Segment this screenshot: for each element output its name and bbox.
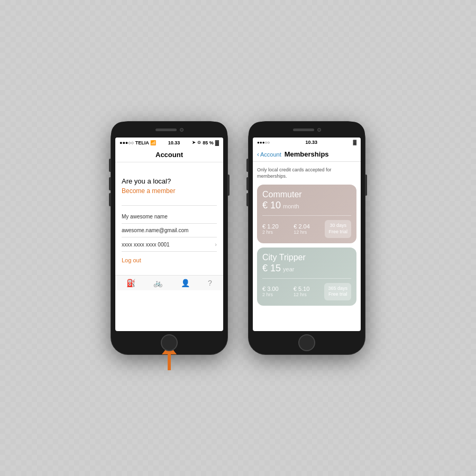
city-tripper-options-row: € 3.00 2 hrs € 5.10 12 hrs 365 daysFree … bbox=[262, 283, 351, 300]
phone1-wrapper: ●●●○○ TELIA 📶 10.33 ➤ ⊙ 85 % ▓ Account A… bbox=[111, 122, 227, 354]
city-tripper-trial-badge[interactable]: 365 daysFree trial bbox=[324, 283, 351, 300]
phone1-nav-bar: Account bbox=[115, 148, 223, 162]
account-icon: 👤 bbox=[181, 279, 190, 287]
phone2-home-button[interactable] bbox=[298, 334, 315, 351]
tab-help[interactable]: ? bbox=[208, 279, 212, 287]
commuter-trial-badge[interactable]: 30 daysFree trial bbox=[325, 220, 351, 237]
back-button[interactable]: ‹ Account bbox=[257, 151, 281, 158]
battery2-icon: ▓ bbox=[353, 140, 356, 145]
phone2-top-bar bbox=[249, 122, 365, 138]
commuter-2hr-price: € 1.20 bbox=[262, 223, 279, 230]
wifi-icon: 📶 bbox=[150, 140, 156, 145]
city-tripper-divider bbox=[262, 278, 351, 279]
map-icon: ⛽ bbox=[126, 279, 135, 287]
phone2-status-bar: ●●●○○ 10.33 ▓ bbox=[253, 138, 361, 147]
city-tripper-card[interactable]: City Tripper € 15 year € 3.00 2 hrs bbox=[257, 248, 356, 306]
phone2-screen: ●●●○○ 10.33 ▓ ‹ Account Memberships Only… bbox=[253, 138, 361, 331]
commuter-option-2hrs: € 1.20 2 hrs bbox=[262, 223, 279, 235]
commuter-period: month bbox=[283, 203, 299, 209]
commuter-header: Commuter € 10 month bbox=[262, 190, 351, 211]
back-label: Account bbox=[260, 151, 281, 158]
phone2-wrapper: ●●●○○ 10.33 ▓ ‹ Account Memberships Only… bbox=[249, 122, 365, 354]
city-tripper-2hr-label: 2 hrs bbox=[262, 292, 273, 297]
tab-account[interactable]: 👤 bbox=[181, 279, 190, 287]
memberships-page-title: Memberships bbox=[285, 150, 329, 158]
are-you-local-text: Are you a local? bbox=[122, 177, 217, 185]
log-out-button[interactable]: Log out bbox=[122, 252, 217, 269]
phone2-speaker bbox=[293, 129, 314, 131]
city-tripper-period: year bbox=[283, 266, 294, 272]
name-value: My awesome name bbox=[122, 214, 168, 219]
city-tripper-12hr-label: 12 hrs bbox=[294, 292, 307, 297]
phone1-screen: ●●●○○ TELIA 📶 10.33 ➤ ⊙ 85 % ▓ Account A… bbox=[115, 138, 223, 331]
city-tripper-12hr-price: € 5.10 bbox=[294, 286, 310, 292]
home-button[interactable] bbox=[161, 334, 178, 351]
commuter-price-row: € 10 month bbox=[262, 200, 351, 211]
battery-icon: ▓ bbox=[215, 140, 219, 145]
commuter-12hr-label: 12 hrs bbox=[294, 230, 307, 235]
memberships-nav: ‹ Account Memberships bbox=[253, 147, 361, 162]
rides-icon: 🚲 bbox=[153, 279, 162, 287]
time-display: 10.33 bbox=[168, 140, 180, 145]
account-content: Are you a local? Become a member My awes… bbox=[115, 162, 223, 275]
tab-map[interactable]: ⛽ bbox=[126, 279, 135, 287]
city-tripper-option-12hrs: € 5.10 12 hrs bbox=[294, 286, 310, 297]
chevron-icon: › bbox=[215, 241, 217, 248]
camera bbox=[180, 128, 184, 132]
phone1: ●●●○○ TELIA 📶 10.33 ➤ ⊙ 85 % ▓ Account A… bbox=[111, 122, 227, 354]
speaker bbox=[155, 129, 177, 131]
become-member-link[interactable]: Become a member bbox=[122, 187, 217, 195]
city-tripper-option-2hrs: € 3.00 2 hrs bbox=[262, 286, 279, 297]
carrier-text: ●●●○○ TELIA bbox=[120, 140, 149, 145]
notice-text: Only local credit cards accepted for mem… bbox=[257, 166, 356, 180]
commuter-12hr-price: € 2.04 bbox=[294, 223, 310, 230]
commuter-options-row: € 1.20 2 hrs € 2.04 12 hrs 30 daysFree t… bbox=[262, 220, 351, 237]
help-icon: ? bbox=[208, 279, 212, 287]
card-value: xxxx xxxx xxxx 0001 bbox=[122, 242, 170, 248]
commuter-card[interactable]: Commuter € 10 month € 1.20 2 hrs bbox=[257, 185, 356, 243]
name-field-row: My awesome name bbox=[122, 210, 217, 224]
divider-1 bbox=[122, 205, 217, 206]
memberships-body: Only local credit cards accepted for mem… bbox=[253, 162, 361, 310]
status-left: ●●●○○ TELIA 📶 bbox=[120, 140, 156, 145]
email-value: awesome.name@gmail.com bbox=[122, 227, 188, 233]
account-title: Account bbox=[155, 151, 183, 159]
commuter-trial-text: 30 daysFree trial bbox=[328, 223, 347, 235]
arrow-stem bbox=[168, 354, 171, 370]
card-field-row[interactable]: xxxx xxxx xxxx 0001 › bbox=[122, 237, 217, 252]
local-section: Are you a local? Become a member bbox=[122, 169, 217, 201]
commuter-price: € 10 bbox=[262, 200, 281, 211]
commuter-option-12hrs: € 2.04 12 hrs bbox=[294, 223, 310, 235]
phone2-camera bbox=[317, 128, 321, 132]
city-tripper-2hr-price: € 3.00 bbox=[262, 286, 279, 292]
phone1-top-bar bbox=[111, 122, 227, 138]
email-field-row: awesome.name@gmail.com bbox=[122, 224, 217, 237]
city-tripper-header: City Tripper € 15 year bbox=[262, 253, 351, 274]
city-tripper-price: € 15 bbox=[262, 263, 281, 274]
commuter-name: Commuter bbox=[262, 190, 351, 199]
status-right: ➤ ⊙ 85 % ▓ bbox=[192, 140, 219, 145]
back-chevron-icon: ‹ bbox=[257, 151, 259, 158]
phone2: ●●●○○ 10.33 ▓ ‹ Account Memberships Only… bbox=[249, 122, 365, 354]
tab-bar: ⛽ 🚲 👤 ? bbox=[115, 275, 223, 290]
commuter-divider bbox=[262, 215, 351, 216]
location-icon: ➤ bbox=[192, 140, 196, 145]
status-bar: ●●●○○ TELIA 📶 10.33 ➤ ⊙ 85 % ▓ bbox=[115, 138, 223, 148]
tab-rides[interactable]: 🚲 bbox=[153, 279, 162, 287]
commuter-2hr-label: 2 hrs bbox=[262, 230, 273, 235]
city-tripper-price-row: € 15 year bbox=[262, 263, 351, 274]
time2-display: 10.33 bbox=[306, 140, 318, 145]
battery-text: 85 % bbox=[203, 140, 214, 145]
city-tripper-name: City Tripper bbox=[262, 253, 351, 262]
lock-icon: ⊙ bbox=[197, 140, 201, 145]
carrier2-text: ●●●○○ bbox=[257, 140, 270, 145]
city-tripper-trial-text: 365 daysFree trial bbox=[328, 286, 347, 298]
